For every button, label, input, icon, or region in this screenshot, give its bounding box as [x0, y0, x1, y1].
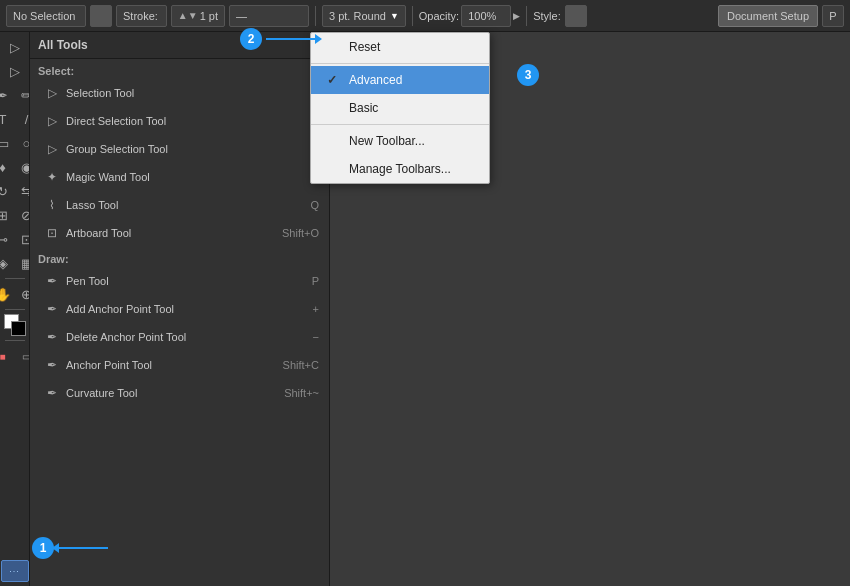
selection-tool-item[interactable]: ▷ Selection Tool V: [30, 79, 329, 107]
delete-anchor-item[interactable]: ✒ Delete Anchor Point Tool −: [30, 323, 329, 351]
hand-btn[interactable]: ✋: [0, 283, 14, 305]
artboard-shortcut: Shift+O: [282, 227, 319, 239]
lasso-item[interactable]: ⌇ Lasso Tool Q: [30, 191, 329, 219]
more-tools-button[interactable]: ···: [1, 560, 29, 582]
add-anchor-icon: ✒: [44, 302, 60, 316]
opacity-label: Opacity:: [419, 10, 459, 22]
panel-area: All Tools ▲ Select: ▷ Selection Tool V: [30, 32, 330, 586]
step2-circle: 2: [240, 28, 262, 50]
pen-item[interactable]: ✒ Pen Tool P: [30, 267, 329, 295]
reflect-btn[interactable]: ⇆: [16, 180, 31, 202]
artboard-icon: ⊡: [44, 226, 60, 240]
opacity-expand[interactable]: ▶: [513, 11, 520, 21]
line-btn[interactable]: /: [16, 108, 31, 130]
dropdown-basic[interactable]: Basic: [311, 94, 489, 122]
anchor-point-item[interactable]: ✒ Anchor Point Tool Shift+C: [30, 351, 329, 379]
curvature-item[interactable]: ✒ Curvature Tool Shift+~: [30, 379, 329, 407]
doc-setup-label: Document Setup: [727, 10, 809, 22]
artboard-name: Artboard Tool: [66, 227, 131, 239]
add-anchor-shortcut: +: [313, 303, 319, 315]
left-tools: ▷ ▷ ✒ ✏ T / ▭ ○ ♦ ◉ ↻ ⇆: [0, 32, 30, 586]
selection-tool-btn[interactable]: ▷: [4, 36, 26, 58]
anchor-point-shortcut: Shift+C: [283, 359, 319, 371]
brush-size-dropdown[interactable]: 3 pt. Round ▼: [322, 5, 406, 27]
more-tools-icon: ···: [9, 566, 20, 576]
fill-swatch[interactable]: [90, 5, 112, 27]
zoom-btn[interactable]: ⊕: [16, 283, 31, 305]
magic-wand-name: Magic Wand Tool: [66, 171, 150, 183]
section-select-label: Select:: [30, 59, 329, 79]
anchor-point-name: Anchor Point Tool: [66, 359, 152, 371]
dropdown-reset[interactable]: Reset: [311, 33, 489, 61]
pen-btn[interactable]: ✒: [0, 84, 14, 106]
group-select-icon: ▷: [44, 142, 60, 156]
tool-row-pen: ✒ ✏: [0, 84, 30, 106]
tools-scroll-area[interactable]: Select: ▷ Selection Tool V ▷ Direct Sele…: [30, 59, 329, 586]
step2-number: 2: [248, 32, 255, 46]
toolbar-separator-2: [412, 6, 413, 26]
stroke-btn[interactable]: ▭: [16, 345, 31, 367]
dropdown-new-toolbar[interactable]: New Toolbar...: [311, 127, 489, 155]
advanced-label: Advanced: [349, 73, 402, 87]
curvature-shortcut: Shift+~: [284, 387, 319, 399]
lasso-icon: ⌇: [44, 198, 60, 212]
tool-row-select: ▷: [4, 36, 26, 58]
color-picker[interactable]: [4, 314, 26, 336]
chart-btn[interactable]: ▦: [16, 252, 31, 274]
stroke-spinbox[interactable]: ▲▼ 1 pt: [171, 5, 225, 27]
blob-btn[interactable]: ◉: [16, 156, 31, 178]
lasso-shortcut: Q: [310, 199, 319, 211]
dropdown-manage-toolbars[interactable]: Manage Toolbars...: [311, 155, 489, 183]
background-color[interactable]: [11, 321, 26, 336]
dropdown-separator-1: [311, 63, 489, 64]
ellipse-btn[interactable]: ○: [16, 132, 31, 154]
selection-display[interactable]: No Selection: [6, 5, 86, 27]
rotate-btn[interactable]: ↻: [0, 180, 14, 202]
manage-label: Manage Toolbars...: [349, 162, 451, 176]
document-setup-button[interactable]: Document Setup: [718, 5, 818, 27]
rect-btn[interactable]: ▭: [0, 132, 14, 154]
magic-wand-item[interactable]: ✦ Magic Wand Tool Y: [30, 163, 329, 191]
reset-label: Reset: [349, 40, 380, 54]
step1-arrow: [58, 547, 108, 549]
brush-btn[interactable]: ♦: [0, 156, 14, 178]
lasso-name: Lasso Tool: [66, 199, 118, 211]
group-select-item[interactable]: ▷ Group Selection Tool: [30, 135, 329, 163]
dropdown-advanced[interactable]: ✓ Advanced: [311, 66, 489, 94]
top-toolbar: No Selection Stroke: ▲▼ 1 pt — 3 pt. Rou…: [0, 0, 850, 32]
add-anchor-item[interactable]: ✒ Add Anchor Point Tool +: [30, 295, 329, 323]
section-draw-label: Draw:: [30, 247, 329, 267]
warp-btn[interactable]: ⊸: [0, 228, 14, 250]
tool-row-warp: ⊸ ⊡: [0, 228, 30, 250]
dropdown-separator-2: [311, 124, 489, 125]
tool-row-rect: ▭ ○: [0, 132, 30, 154]
direct-select-btn[interactable]: ▷: [4, 60, 26, 82]
opacity-value[interactable]: 100%: [461, 5, 511, 27]
pencil-btn[interactable]: ✏: [16, 84, 31, 106]
direct-select-icon: ▷: [44, 114, 60, 128]
delete-anchor-name: Delete Anchor Point Tool: [66, 331, 186, 343]
scale-btn[interactable]: ⊞: [0, 204, 14, 226]
direct-select-item[interactable]: ▷ Direct Selection Tool A: [30, 107, 329, 135]
annotation-step3: 3: [517, 64, 539, 86]
tool-divider-3: [5, 340, 25, 341]
step2-arrow: [266, 38, 316, 40]
fill-btn[interactable]: ■: [0, 345, 14, 367]
tool-row-scale: ⊞ ⊘: [0, 204, 30, 226]
toolbar-separator-1: [315, 6, 316, 26]
advanced-check: ✓: [327, 73, 341, 87]
type-btn[interactable]: T: [0, 108, 14, 130]
annotation-step2: 2: [240, 28, 316, 50]
add-anchor-name: Add Anchor Point Tool: [66, 303, 174, 315]
shape-btn[interactable]: ◈: [0, 252, 14, 274]
artboard-item[interactable]: ⊡ Artboard Tool Shift+O: [30, 219, 329, 247]
tool-row-hand: ✋ ⊕: [0, 283, 30, 305]
shear-btn[interactable]: ⊘: [16, 204, 31, 226]
free-transform-btn[interactable]: ⊡: [16, 228, 31, 250]
toolbar-separator-3: [526, 6, 527, 26]
stroke-label: Stroke:: [123, 10, 158, 22]
style-swatch[interactable]: [565, 5, 587, 27]
stroke-style-dropdown[interactable]: —: [229, 5, 309, 27]
p-button[interactable]: P: [822, 5, 844, 27]
pen-icon: ✒: [44, 274, 60, 288]
